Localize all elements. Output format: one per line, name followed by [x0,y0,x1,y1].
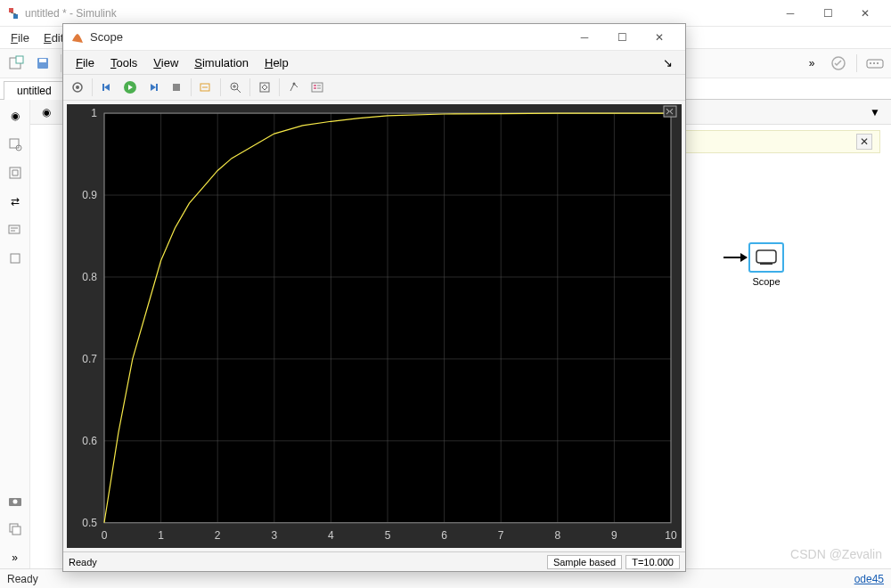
model-tab[interactable]: untitled [4,81,65,100]
simulink-icon [7,7,20,20]
status-ready: Ready [7,573,38,585]
svg-rect-29 [173,84,180,91]
step-forward-icon[interactable] [143,77,164,98]
svg-text:9: 9 [611,529,617,542]
svg-rect-7 [867,60,883,68]
cursor-measure-icon[interactable] [283,77,305,98]
separator [279,78,280,96]
camera-icon[interactable] [4,490,26,511]
check-circle-icon[interactable] [828,53,849,74]
svg-rect-19 [12,527,20,535]
scope-status-ready: Ready [69,557,97,568]
svg-rect-14 [9,225,20,233]
zoom-rect-icon[interactable] [4,134,26,155]
plot-canvas: 0123456789100.50.60.70.80.91 [67,104,682,548]
svg-text:0.9: 0.9 [82,189,97,201]
svg-rect-1 [13,14,18,19]
swap-icon[interactable]: ⇄ [4,191,26,212]
svg-text:1: 1 [158,529,164,542]
chevron-double-icon[interactable]: » [4,547,26,568]
svg-rect-26 [102,84,104,91]
svg-point-8 [870,62,871,64]
gear-icon[interactable] [67,77,88,98]
svg-text:0.7: 0.7 [82,353,97,365]
run-icon[interactable] [119,77,141,98]
svg-text:3: 3 [271,529,277,542]
svg-rect-0 [9,8,13,12]
separator [191,78,192,96]
scope-window: Scope ─ ☐ ✕ File Tools View Simulation H… [62,23,686,572]
area-icon[interactable] [4,248,26,269]
banner-close-icon[interactable]: ✕ [856,134,872,150]
scope-menu-view[interactable]: View [146,54,185,71]
svg-text:4: 4 [328,529,334,542]
close-button[interactable]: ✕ [846,1,884,26]
scope-menu-help[interactable]: Help [257,54,296,71]
scope-menubar: File Tools View Simulation Help ↘ [63,51,685,74]
svg-rect-23 [760,263,772,265]
scope-block-icon [748,242,784,273]
maximize-button[interactable]: ☐ [809,1,846,26]
svg-rect-15 [11,254,20,263]
scope-block[interactable]: Scope [748,242,784,287]
svg-text:5: 5 [385,529,391,542]
scope-titlebar: Scope ─ ☐ ✕ [63,24,685,51]
separator [220,78,221,96]
layers-icon[interactable] [4,519,26,540]
legend-icon[interactable] [307,77,328,98]
svg-text:7: 7 [498,529,504,542]
nav-back-icon[interactable]: ◉ [36,102,57,123]
scope-minimize-button[interactable]: ─ [566,25,603,50]
zoom-icon[interactable] [225,77,246,98]
dropdown-chevron-icon[interactable]: ▼ [864,102,886,123]
highlight-icon[interactable] [195,77,217,98]
annotate-icon[interactable] [4,219,26,241]
svg-rect-5 [39,59,46,62]
svg-point-33 [293,83,296,86]
chevron-right-icon[interactable]: » [801,53,822,74]
solver-link[interactable]: ode45 [854,573,884,585]
svg-rect-34 [312,83,323,92]
scope-toolbar [63,74,685,101]
step-back-icon[interactable] [96,77,118,98]
svg-text:1: 1 [91,107,97,119]
scope-close-button[interactable]: ✕ [641,25,678,50]
keyboard-icon[interactable] [864,53,886,74]
scope-menu-simulation[interactable]: Simulation [187,54,256,71]
separator [61,54,61,72]
svg-text:0: 0 [102,529,108,542]
sim-time-label: T=10.000 [625,555,680,569]
svg-rect-3 [16,56,23,63]
scope-menu-arrow-icon[interactable]: ↘ [656,54,680,71]
signal-line [723,257,747,258]
menu-file[interactable]: File [5,29,35,46]
scope-block-label: Scope [752,276,780,287]
svg-rect-13 [10,167,20,178]
svg-rect-22 [756,250,776,263]
svg-text:0.6: 0.6 [82,435,97,447]
svg-text:8: 8 [554,529,560,542]
save-icon[interactable] [32,53,53,74]
separator [249,78,250,96]
svg-text:0.8: 0.8 [82,271,97,283]
new-model-icon[interactable] [5,53,27,74]
svg-point-25 [76,86,79,89]
stop-icon[interactable] [166,77,187,98]
svg-point-10 [877,62,879,64]
scope-plot[interactable]: 0123456789100.50.60.70.80.91 [67,104,682,548]
autoscale-icon[interactable] [254,77,275,98]
nav-target-icon[interactable]: ◉ [4,105,26,127]
separator [92,78,93,96]
main-title: untitled * - Simulink [25,7,772,20]
scope-maximize-button[interactable]: ☐ [603,25,641,50]
fit-icon[interactable] [4,162,26,184]
scope-title: Scope [90,30,566,44]
sample-mode-label: Sample based [547,555,622,569]
svg-point-17 [12,500,17,504]
scope-menu-file[interactable]: File [69,54,102,71]
svg-rect-11 [10,139,19,148]
minimize-button[interactable]: ─ [772,1,809,26]
scope-menu-tools[interactable]: Tools [103,54,144,71]
svg-rect-28 [156,84,158,91]
svg-point-9 [873,62,875,64]
